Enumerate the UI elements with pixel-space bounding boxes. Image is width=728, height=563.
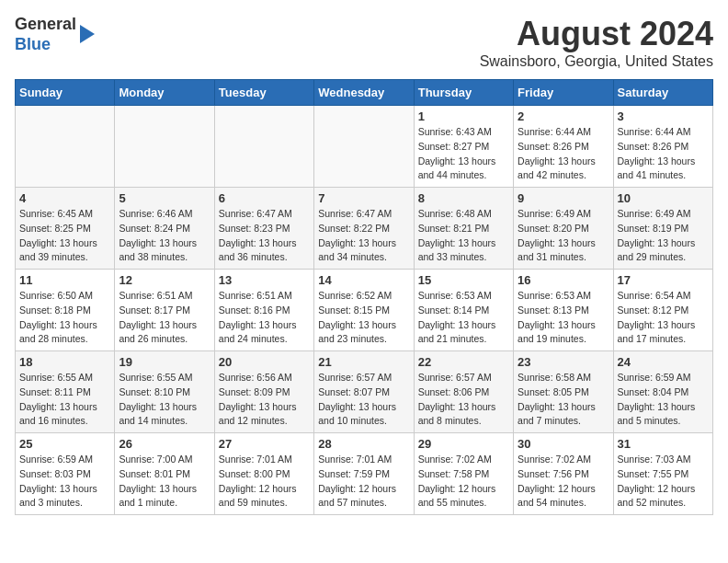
week-row-5: 25Sunrise: 6:59 AM Sunset: 8:03 PM Dayli… xyxy=(16,433,713,515)
day-cell: 23Sunrise: 6:58 AM Sunset: 8:05 PM Dayli… xyxy=(514,351,613,433)
day-cell xyxy=(115,106,214,188)
day-cell: 10Sunrise: 6:49 AM Sunset: 8:19 PM Dayli… xyxy=(613,188,712,270)
day-cell: 3Sunrise: 6:44 AM Sunset: 8:26 PM Daylig… xyxy=(613,106,712,188)
day-info: Sunrise: 7:01 AM Sunset: 8:00 PM Dayligh… xyxy=(219,453,310,511)
day-number: 28 xyxy=(318,437,409,451)
day-info: Sunrise: 6:44 AM Sunset: 8:26 PM Dayligh… xyxy=(618,125,709,183)
day-cell: 19Sunrise: 6:55 AM Sunset: 8:10 PM Dayli… xyxy=(115,351,214,433)
day-number: 19 xyxy=(119,355,210,369)
day-number: 1 xyxy=(418,109,509,123)
day-info: Sunrise: 6:59 AM Sunset: 8:04 PM Dayligh… xyxy=(618,371,709,429)
week-row-1: 1Sunrise: 6:43 AM Sunset: 8:27 PM Daylig… xyxy=(16,106,713,188)
day-number: 26 xyxy=(119,437,210,451)
day-info: Sunrise: 6:58 AM Sunset: 8:05 PM Dayligh… xyxy=(518,371,609,429)
day-number: 9 xyxy=(518,191,609,205)
day-info: Sunrise: 6:57 AM Sunset: 8:06 PM Dayligh… xyxy=(418,371,509,429)
day-number: 8 xyxy=(418,191,509,205)
week-row-3: 11Sunrise: 6:50 AM Sunset: 8:18 PM Dayli… xyxy=(16,270,713,351)
day-number: 21 xyxy=(318,355,409,369)
day-number: 10 xyxy=(618,191,709,205)
day-number: 3 xyxy=(618,109,709,123)
day-cell: 12Sunrise: 6:51 AM Sunset: 8:17 PM Dayli… xyxy=(115,270,214,351)
day-info: Sunrise: 6:47 AM Sunset: 8:22 PM Dayligh… xyxy=(318,207,409,265)
day-cell: 1Sunrise: 6:43 AM Sunset: 8:27 PM Daylig… xyxy=(414,106,513,188)
day-info: Sunrise: 6:51 AM Sunset: 8:17 PM Dayligh… xyxy=(119,289,210,347)
day-cell: 7Sunrise: 6:47 AM Sunset: 8:22 PM Daylig… xyxy=(314,188,414,270)
location: Swainsboro, Georgia, United States xyxy=(480,53,713,70)
day-cell: 21Sunrise: 6:57 AM Sunset: 8:07 PM Dayli… xyxy=(314,351,414,433)
day-number: 11 xyxy=(19,273,110,287)
day-cell: 15Sunrise: 6:53 AM Sunset: 8:14 PM Dayli… xyxy=(414,270,513,351)
day-cell xyxy=(314,106,414,188)
day-cell: 16Sunrise: 6:53 AM Sunset: 8:13 PM Dayli… xyxy=(514,270,613,351)
day-info: Sunrise: 7:02 AM Sunset: 7:56 PM Dayligh… xyxy=(518,453,609,511)
day-number: 17 xyxy=(618,273,709,287)
day-info: Sunrise: 6:46 AM Sunset: 8:24 PM Dayligh… xyxy=(119,207,210,265)
day-cell: 30Sunrise: 7:02 AM Sunset: 7:56 PM Dayli… xyxy=(514,433,613,515)
header-thursday: Thursday xyxy=(414,80,513,106)
day-number: 6 xyxy=(219,191,310,205)
day-info: Sunrise: 6:50 AM Sunset: 8:18 PM Dayligh… xyxy=(19,289,110,347)
day-cell: 8Sunrise: 6:48 AM Sunset: 8:21 PM Daylig… xyxy=(414,188,513,270)
day-number: 20 xyxy=(219,355,310,369)
logo-general: General xyxy=(15,15,76,33)
day-cell: 27Sunrise: 7:01 AM Sunset: 8:00 PM Dayli… xyxy=(214,433,313,515)
day-info: Sunrise: 6:55 AM Sunset: 8:11 PM Dayligh… xyxy=(19,371,110,429)
day-cell xyxy=(214,106,313,188)
header-monday: Monday xyxy=(115,80,214,106)
day-cell: 29Sunrise: 7:02 AM Sunset: 7:58 PM Dayli… xyxy=(414,433,513,515)
day-cell: 31Sunrise: 7:03 AM Sunset: 7:55 PM Dayli… xyxy=(613,433,712,515)
logo-arrow-icon xyxy=(80,25,95,43)
day-cell xyxy=(16,106,115,188)
day-cell: 9Sunrise: 6:49 AM Sunset: 8:20 PM Daylig… xyxy=(514,188,613,270)
day-number: 18 xyxy=(19,355,110,369)
day-info: Sunrise: 6:53 AM Sunset: 8:14 PM Dayligh… xyxy=(418,289,509,347)
day-info: Sunrise: 6:44 AM Sunset: 8:26 PM Dayligh… xyxy=(518,125,609,183)
week-row-4: 18Sunrise: 6:55 AM Sunset: 8:11 PM Dayli… xyxy=(16,351,713,433)
day-cell: 26Sunrise: 7:00 AM Sunset: 8:01 PM Dayli… xyxy=(115,433,214,515)
day-info: Sunrise: 6:49 AM Sunset: 8:20 PM Dayligh… xyxy=(518,207,609,265)
day-number: 4 xyxy=(19,191,110,205)
day-info: Sunrise: 6:43 AM Sunset: 8:27 PM Dayligh… xyxy=(418,125,509,183)
day-number: 30 xyxy=(518,437,609,451)
month-year: August 2024 xyxy=(480,15,713,53)
day-info: Sunrise: 6:54 AM Sunset: 8:12 PM Dayligh… xyxy=(618,289,709,347)
header-friday: Friday xyxy=(514,80,613,106)
day-number: 14 xyxy=(318,273,409,287)
week-row-2: 4Sunrise: 6:45 AM Sunset: 8:25 PM Daylig… xyxy=(16,188,713,270)
day-number: 24 xyxy=(618,355,709,369)
day-info: Sunrise: 6:57 AM Sunset: 8:07 PM Dayligh… xyxy=(318,371,409,429)
header-tuesday: Tuesday xyxy=(214,80,313,106)
day-number: 2 xyxy=(518,109,609,123)
day-info: Sunrise: 6:55 AM Sunset: 8:10 PM Dayligh… xyxy=(119,371,210,429)
day-cell: 14Sunrise: 6:52 AM Sunset: 8:15 PM Dayli… xyxy=(314,270,414,351)
day-info: Sunrise: 7:03 AM Sunset: 7:55 PM Dayligh… xyxy=(618,453,709,511)
title-section: August 2024 Swainsboro, Georgia, United … xyxy=(480,15,713,70)
day-info: Sunrise: 6:53 AM Sunset: 8:13 PM Dayligh… xyxy=(518,289,609,347)
day-cell: 5Sunrise: 6:46 AM Sunset: 8:24 PM Daylig… xyxy=(115,188,214,270)
day-cell: 11Sunrise: 6:50 AM Sunset: 8:18 PM Dayli… xyxy=(16,270,115,351)
header-sunday: Sunday xyxy=(16,80,115,106)
day-info: Sunrise: 6:45 AM Sunset: 8:25 PM Dayligh… xyxy=(19,207,110,265)
day-number: 22 xyxy=(418,355,509,369)
logo: General Blue xyxy=(15,15,95,54)
day-info: Sunrise: 6:51 AM Sunset: 8:16 PM Dayligh… xyxy=(219,289,310,347)
header: General Blue August 2024 Swainsboro, Geo… xyxy=(15,15,713,70)
day-cell: 4Sunrise: 6:45 AM Sunset: 8:25 PM Daylig… xyxy=(16,188,115,270)
header-saturday: Saturday xyxy=(613,80,712,106)
day-info: Sunrise: 6:52 AM Sunset: 8:15 PM Dayligh… xyxy=(318,289,409,347)
day-info: Sunrise: 6:56 AM Sunset: 8:09 PM Dayligh… xyxy=(219,371,310,429)
day-number: 16 xyxy=(518,273,609,287)
day-cell: 18Sunrise: 6:55 AM Sunset: 8:11 PM Dayli… xyxy=(16,351,115,433)
day-info: Sunrise: 6:48 AM Sunset: 8:21 PM Dayligh… xyxy=(418,207,509,265)
day-number: 7 xyxy=(318,191,409,205)
day-info: Sunrise: 6:59 AM Sunset: 8:03 PM Dayligh… xyxy=(19,453,110,511)
day-number: 15 xyxy=(418,273,509,287)
calendar-table: SundayMondayTuesdayWednesdayThursdayFrid… xyxy=(15,79,713,515)
day-cell: 20Sunrise: 6:56 AM Sunset: 8:09 PM Dayli… xyxy=(214,351,313,433)
day-cell: 22Sunrise: 6:57 AM Sunset: 8:06 PM Dayli… xyxy=(414,351,513,433)
day-number: 31 xyxy=(618,437,709,451)
day-info: Sunrise: 6:47 AM Sunset: 8:23 PM Dayligh… xyxy=(219,207,310,265)
day-cell: 2Sunrise: 6:44 AM Sunset: 8:26 PM Daylig… xyxy=(514,106,613,188)
day-cell: 13Sunrise: 6:51 AM Sunset: 8:16 PM Dayli… xyxy=(214,270,313,351)
